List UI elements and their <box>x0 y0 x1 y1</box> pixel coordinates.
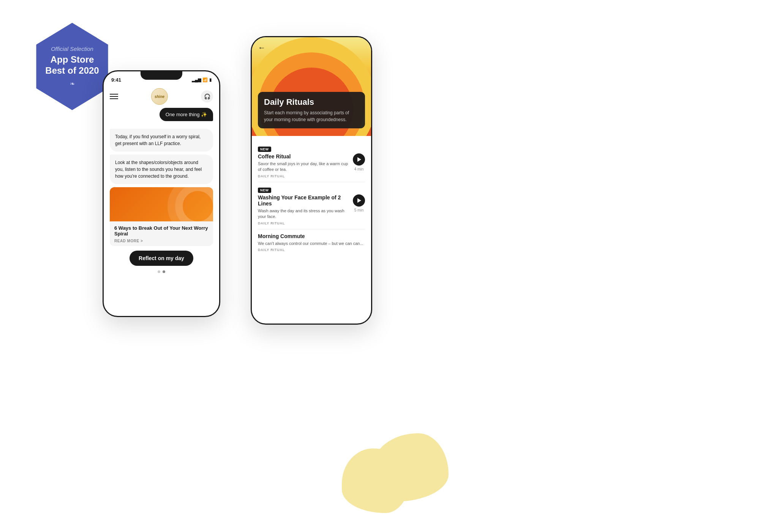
ritual-info-2: Morning Commute We can't always control … <box>258 233 365 252</box>
ritual-duration-1: 5 min <box>354 208 363 212</box>
ritual-title-1: Washing Your Face Example of 2 Lines <box>258 194 350 207</box>
ritual-play-0[interactable]: 4 min <box>353 153 365 171</box>
signal-icon: ▂▄▆ <box>192 77 201 82</box>
article-title: 6 Ways to Break Out of Your Next Worry S… <box>114 225 209 237</box>
ritual-desc-1: Wash away the day and its stress as you … <box>258 208 350 220</box>
ritual-info-1: Washing Your Face Example of 2 Lines Was… <box>258 194 350 225</box>
ritual-item-0[interactable]: NEW Coffee Ritual Savor the small joys i… <box>258 141 365 182</box>
reflect-button[interactable]: Reflect on my day <box>130 251 193 266</box>
chat-bubble-wrapper-1: One more thing ✨ <box>110 108 213 125</box>
ritual-title-0: Coffee Ritual <box>258 153 350 159</box>
play-button-0[interactable] <box>353 153 365 166</box>
blob-decoration-right <box>342 448 410 513</box>
chat-bubble-light-1: Today, if you find yourself in a worry s… <box>110 129 213 152</box>
shine-logo: shine <box>151 88 168 105</box>
ritual-new-badge-0: NEW <box>258 147 271 152</box>
hero-title: Daily Rituals <box>264 97 359 107</box>
ritual-new-badge-1: NEW <box>258 188 271 193</box>
hero-subtitle: Start each morning by associating parts … <box>264 109 359 123</box>
phone1-content: shine 🎧 One more thing ✨ Today, if you f… <box>104 86 219 266</box>
chat-bubble-dark: One more thing ✨ <box>160 108 213 121</box>
badge-leaf: ❧ <box>70 80 75 87</box>
back-arrow[interactable]: ← <box>258 43 265 52</box>
article-card[interactable]: 6 Ways to Break Out of Your Next Worry S… <box>110 187 213 246</box>
phone1-header: shine 🎧 <box>110 86 213 108</box>
ritual-item-2[interactable]: Morning Commute We can't always control … <box>258 229 365 256</box>
phone1-notch <box>141 71 182 80</box>
ritual-row-1: Washing Your Face Example of 2 Lines Was… <box>258 194 365 225</box>
ritual-row-0: Coffee Ritual Savor the small joys in yo… <box>258 153 365 178</box>
phone-1: 9:41 ▂▄▆ 📶 ▮ shine 🎧 One more thing ✨ To… <box>103 70 220 317</box>
app-store-badge: Official Selection App Store Best of 202… <box>30 23 114 110</box>
wifi-icon: 📶 <box>202 77 208 82</box>
article-image <box>110 187 213 221</box>
phone2-hero: ← Daily Rituals Start each morning by as… <box>252 37 371 136</box>
ritual-desc-0: Savor the small joys in your day, like a… <box>258 161 350 173</box>
ritual-play-1[interactable]: 5 min <box>353 194 365 212</box>
article-body: 6 Ways to Break Out of Your Next Worry S… <box>110 221 213 246</box>
badge-official-text: Official Selection <box>51 46 93 52</box>
ritual-tag-2: DAILY RITUAL <box>258 248 365 252</box>
battery-icon: ▮ <box>209 77 212 82</box>
dot-1 <box>158 270 160 273</box>
ritual-tag-1: DAILY RITUAL <box>258 221 350 225</box>
ritual-tag-0: DAILY RITUAL <box>258 174 350 178</box>
phone-2: ← Daily Rituals Start each morning by as… <box>251 36 372 325</box>
headphone-icon[interactable]: 🎧 <box>201 90 213 103</box>
ritual-desc-2: We can't always control our commute – bu… <box>258 241 365 246</box>
dots-indicator <box>104 270 219 273</box>
chat-bubble-light-2: Look at the shapes/colors/objects around… <box>110 155 213 184</box>
hamburger-icon[interactable] <box>110 94 118 99</box>
ritual-item-1[interactable]: NEW Washing Your Face Example of 2 Lines… <box>258 182 365 229</box>
hero-text-box: Daily Rituals Start each morning by asso… <box>258 92 365 128</box>
phone1-time: 9:41 <box>111 77 121 83</box>
image-decoration-2 <box>167 187 213 221</box>
ritual-list: NEW Coffee Ritual Savor the small joys i… <box>252 136 371 261</box>
play-button-1[interactable] <box>353 194 365 207</box>
dot-2 <box>163 270 165 273</box>
badge-title: App Store Best of 2020 <box>45 54 99 76</box>
ritual-info-0: Coffee Ritual Savor the small joys in yo… <box>258 153 350 178</box>
ritual-duration-0: 4 min <box>354 167 363 171</box>
ritual-row-2: Morning Commute We can't always control … <box>258 233 365 252</box>
article-read-more[interactable]: READ MORE > <box>114 239 209 243</box>
ritual-title-2: Morning Commute <box>258 233 365 239</box>
phone1-status-icons: ▂▄▆ 📶 ▮ <box>192 77 212 82</box>
